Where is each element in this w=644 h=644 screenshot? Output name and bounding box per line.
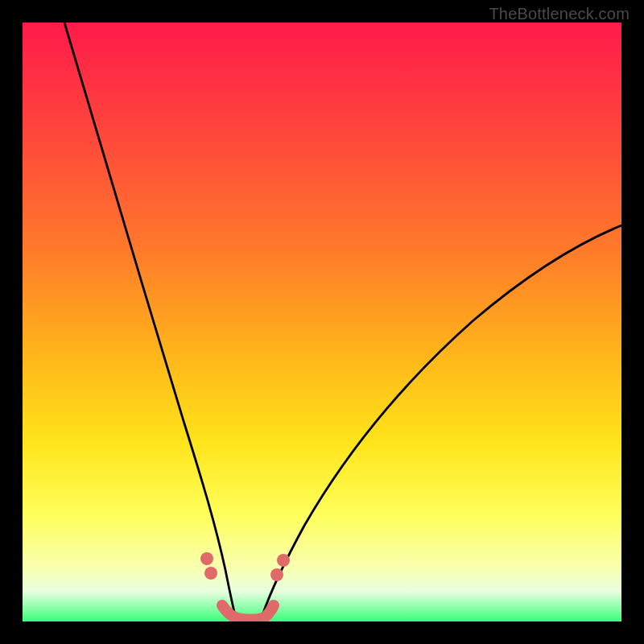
plot-gradient-area [23, 23, 621, 621]
watermark-text: TheBottleneck.com [489, 5, 630, 23]
chart-frame: TheBottleneck.com [0, 0, 644, 644]
